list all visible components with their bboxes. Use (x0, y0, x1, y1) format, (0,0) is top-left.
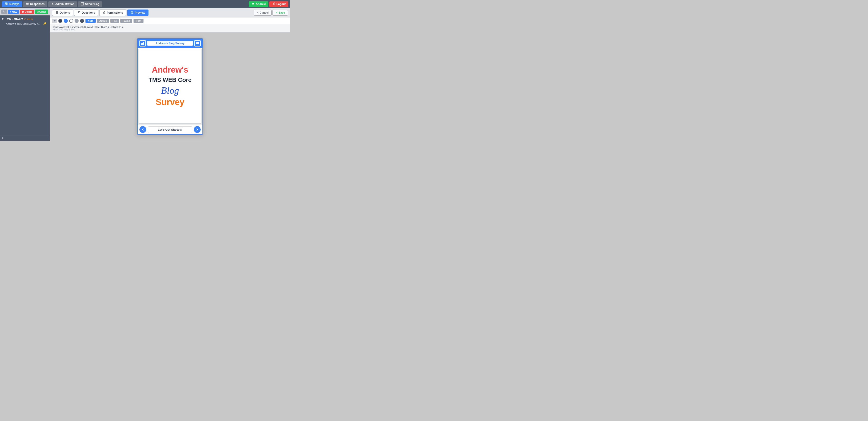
top-nav: Surveys Responses Administration Server … (0, 0, 290, 8)
sidebar-tree: ▼ TMS Software (1 item) Andrew's TMS Blo… (0, 16, 50, 27)
tab-preview[interactable]: Preview (127, 9, 148, 16)
prev-arrow[interactable] (140, 126, 146, 133)
circle-dark2[interactable] (80, 19, 84, 23)
logout-label: Logout (276, 2, 286, 6)
top-nav-tabs: Surveys Responses Administration Server … (2, 1, 102, 7)
main-layout: ↻ + New 🗑 Delete ⧉ Clone ▼ TMS Software … (0, 8, 290, 141)
mode-auto-button[interactable]: Auto (86, 19, 96, 23)
toolbar-actions: ✕ Cancel ✓ Save (254, 10, 288, 16)
next-arrow[interactable] (194, 126, 200, 133)
content-toolbar: Options Questions Permissions (50, 8, 290, 18)
svg-rect-20 (143, 42, 144, 45)
mode-auto-label: Auto (88, 20, 93, 22)
cancel-button[interactable]: ✕ Cancel (254, 10, 272, 16)
logout-icon (272, 2, 275, 6)
save-label: Save (279, 11, 285, 14)
tab-surveys-label: Surveys (9, 2, 20, 6)
options-icon (56, 11, 59, 14)
delete-button[interactable]: 🗑 Delete (20, 10, 34, 14)
svg-rect-18 (141, 43, 142, 45)
user-label: Andrew (256, 2, 266, 6)
preview-refresh-button[interactable]: ↻ (52, 19, 57, 23)
mode-pause-button[interactable]: Pause (120, 19, 132, 23)
widget-footer: Let's Get Started! (137, 124, 203, 134)
tab-responses[interactable]: Responses (23, 1, 48, 7)
preview-canvas: Andrew's Blog Survey Andrew's TMS WEB Co… (50, 32, 290, 141)
mode-pre-button[interactable]: Pre (111, 19, 119, 23)
refresh-icon-2: ↻ (54, 19, 56, 22)
tab-permissions-label: Permissions (107, 11, 123, 14)
permissions-icon (103, 11, 106, 14)
logout-button[interactable]: Logout (269, 1, 288, 7)
tab-options-label: Options (60, 11, 70, 14)
svg-point-17 (132, 12, 133, 13)
content-tabs: Options Questions Permissions (52, 9, 149, 16)
survey-line2: TMS WEB Core (149, 77, 191, 84)
cancel-label: Cancel (260, 11, 269, 14)
tab-preview-label: Preview (135, 11, 145, 14)
survey-icon (4, 2, 8, 6)
log-icon (81, 2, 84, 6)
chevron-down-icon: ▼ (1, 18, 4, 21)
circle-blue[interactable] (64, 19, 68, 23)
group-name: TMS Software (5, 18, 23, 21)
svg-point-4 (52, 3, 53, 4)
widget-title: Andrew's Blog Survey (147, 41, 193, 46)
tab-questions[interactable]: Questions (74, 9, 98, 16)
widget-body: Andrew's TMS WEB Core Blog Survey (138, 49, 202, 124)
refresh-icon: ↻ (3, 10, 5, 13)
circle-gray[interactable] (74, 19, 79, 23)
group-count: (1 item) (24, 18, 33, 21)
preview-icon (131, 11, 133, 14)
clone-icon: ⧉ (37, 10, 38, 13)
svg-rect-15 (103, 12, 105, 13)
sidebar-toolbar: ↻ + New 🗑 Delete ⧉ Clone (0, 8, 50, 16)
footer-count: 1 (2, 137, 3, 140)
widget-chart-icon[interactable] (140, 40, 146, 47)
survey-widget: Andrew's Blog Survey Andrew's TMS WEB Co… (137, 38, 203, 135)
mode-pre-label: Pre (113, 20, 117, 22)
new-button[interactable]: + New (8, 10, 19, 14)
refresh-button[interactable]: ↻ (1, 9, 7, 14)
clone-button-label: Clone (39, 10, 46, 13)
tab-surveys[interactable]: Surveys (2, 1, 22, 7)
tab-server-log-label: Server Log (85, 2, 99, 6)
survey-line3: Blog (161, 86, 179, 95)
tab-administration[interactable]: Administration (48, 1, 77, 7)
mode-pause-label: Pause (123, 20, 130, 22)
save-button[interactable]: ✓ Save (273, 10, 288, 16)
svg-point-8 (252, 3, 254, 4)
survey-item-label: Andrew's TMS Blog Survey #1 (6, 23, 40, 25)
user-button[interactable]: Andrew (249, 1, 269, 7)
mode-active-label: Active (99, 20, 107, 22)
circle-light[interactable] (69, 19, 73, 23)
mode-post-label: Post (136, 20, 141, 22)
tab-server-log[interactable]: Server Log (78, 1, 102, 7)
content-area: Options Questions Permissions (50, 8, 290, 141)
start-button[interactable]: Let's Get Started! (148, 126, 192, 133)
clone-button[interactable]: ⧉ Clone (35, 9, 48, 14)
mode-post-button[interactable]: Post (133, 19, 144, 23)
circle-dark[interactable] (58, 19, 62, 23)
new-button-label: + New (10, 10, 17, 13)
widget-header: Andrew's Blog Survey (137, 39, 203, 48)
sidebar-footer: 1 (0, 136, 50, 141)
tab-questions-label: Questions (82, 11, 95, 14)
survey-line1: Andrew's (152, 65, 188, 74)
key-icon: 🔑 (43, 22, 46, 25)
check-icon: ✓ (275, 11, 278, 14)
preview-toolbar: ↻ Auto Active Pre Pause Post (50, 18, 290, 24)
dimensions-text: width=350 height=600 (53, 28, 287, 31)
sidebar: ↻ + New 🗑 Delete ⧉ Clone ▼ TMS Software … (0, 8, 50, 141)
tab-administration-label: Administration (55, 2, 74, 6)
svg-rect-19 (142, 43, 143, 45)
user-icon (251, 2, 255, 6)
tab-options[interactable]: Options (52, 9, 73, 16)
list-item[interactable]: Andrew's TMS Blog Survey #1 🔑 (1, 21, 48, 26)
delete-button-label: Delete (25, 10, 32, 13)
tree-group-tms[interactable]: ▼ TMS Software (1 item) (1, 17, 48, 21)
mode-active-button[interactable]: Active (97, 19, 109, 23)
widget-chat-icon[interactable] (194, 40, 200, 47)
tab-permissions[interactable]: Permissions (99, 9, 126, 16)
url-text: https://www.500surveys.ca/?SurveyID=TMSB… (53, 26, 287, 28)
